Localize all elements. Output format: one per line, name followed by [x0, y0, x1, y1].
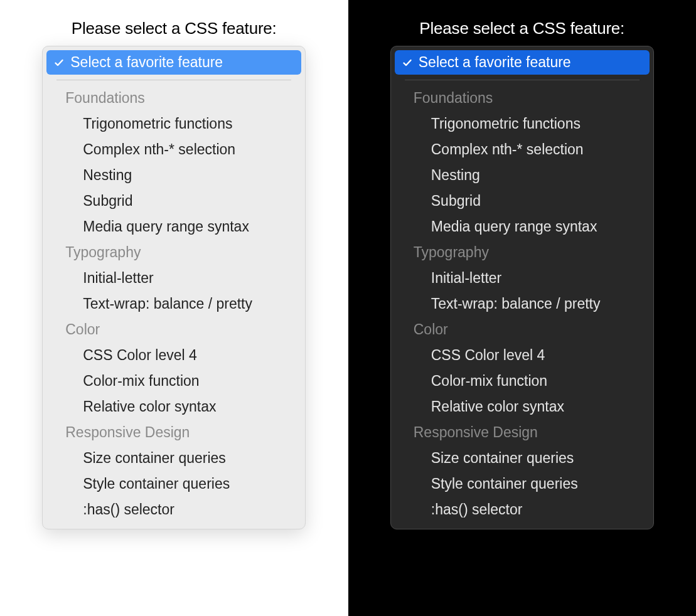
optgroup-typography: Typography [46, 240, 301, 265]
option-subgrid[interactable]: Subgrid [395, 188, 650, 214]
option-has-selector[interactable]: :has() selector [46, 497, 301, 523]
option-has-selector[interactable]: :has() selector [395, 497, 650, 523]
option-nesting[interactable]: Nesting [395, 162, 650, 188]
option-text-wrap-balance-pretty[interactable]: Text-wrap: balance / pretty [46, 291, 301, 317]
option-css-color-level-4[interactable]: CSS Color level 4 [46, 343, 301, 368]
optgroup-color: Color [46, 317, 301, 343]
option-media-query-range-syntax[interactable]: Media query range syntax [46, 214, 301, 240]
option-subgrid[interactable]: Subgrid [46, 188, 301, 214]
selected-option-row[interactable]: Select a favorite feature [46, 50, 301, 75]
dark-theme-panel: Please select a CSS feature: Select a fa… [348, 0, 697, 616]
option-css-color-level-4[interactable]: CSS Color level 4 [395, 343, 650, 368]
option-color-mix-function[interactable]: Color-mix function [46, 368, 301, 394]
check-icon [54, 58, 67, 68]
css-feature-dropdown[interactable]: Select a favorite feature Foundations Tr… [42, 46, 306, 529]
selected-option-row[interactable]: Select a favorite feature [395, 50, 650, 75]
option-size-container-queries[interactable]: Size container queries [395, 445, 650, 471]
option-color-mix-function[interactable]: Color-mix function [395, 368, 650, 394]
dropdown-divider [405, 80, 640, 80]
option-text-wrap-balance-pretty[interactable]: Text-wrap: balance / pretty [395, 291, 650, 317]
selected-option-label: Select a favorite feature [70, 54, 223, 71]
option-trigonometric-functions[interactable]: Trigonometric functions [46, 111, 301, 137]
prompt-label: Please select a CSS feature: [72, 19, 277, 38]
prompt-label: Please select a CSS feature: [419, 19, 624, 38]
option-style-container-queries[interactable]: Style container queries [46, 471, 301, 497]
option-style-container-queries[interactable]: Style container queries [395, 471, 650, 497]
option-complex-nth-selection[interactable]: Complex nth-* selection [46, 137, 301, 162]
option-trigonometric-functions[interactable]: Trigonometric functions [395, 111, 650, 137]
optgroup-typography: Typography [395, 240, 650, 265]
option-nesting[interactable]: Nesting [46, 162, 301, 188]
light-theme-panel: Please select a CSS feature: Select a fa… [0, 0, 348, 616]
check-icon [402, 58, 415, 68]
optgroup-foundations: Foundations [395, 85, 650, 111]
option-complex-nth-selection[interactable]: Complex nth-* selection [395, 137, 650, 162]
option-relative-color-syntax[interactable]: Relative color syntax [46, 394, 301, 420]
option-media-query-range-syntax[interactable]: Media query range syntax [395, 214, 650, 240]
selected-option-label: Select a favorite feature [419, 54, 571, 71]
option-size-container-queries[interactable]: Size container queries [46, 445, 301, 471]
css-feature-dropdown[interactable]: Select a favorite feature Foundations Tr… [390, 46, 654, 529]
optgroup-responsive-design: Responsive Design [395, 420, 650, 445]
optgroup-responsive-design: Responsive Design [46, 420, 301, 445]
dropdown-divider [56, 80, 291, 80]
optgroup-color: Color [395, 317, 650, 343]
optgroup-foundations: Foundations [46, 85, 301, 111]
option-initial-letter[interactable]: Initial-letter [46, 265, 301, 291]
option-initial-letter[interactable]: Initial-letter [395, 265, 650, 291]
option-relative-color-syntax[interactable]: Relative color syntax [395, 394, 650, 420]
